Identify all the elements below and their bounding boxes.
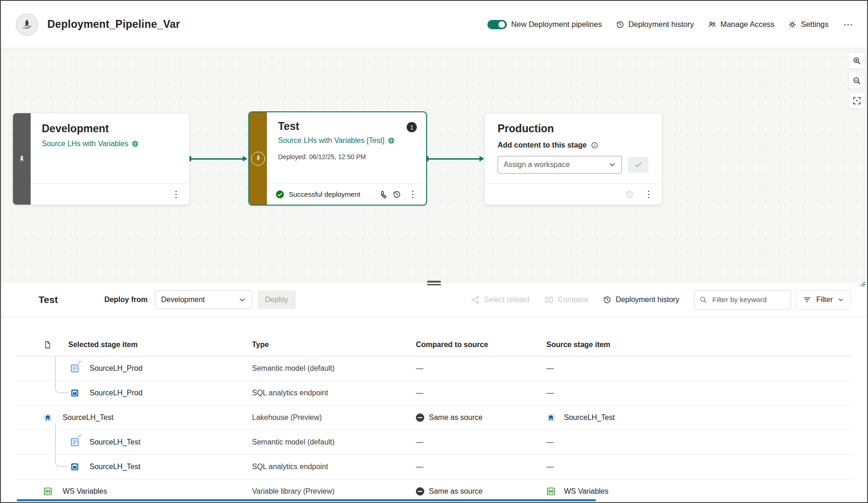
pipeline-header: Deployment_Pipeline_Var New Deployment p… (1, 1, 867, 48)
deploy-button[interactable]: Deploy (258, 290, 296, 309)
same-as-source-icon (416, 487, 424, 496)
deployment-rules-button[interactable] (376, 187, 389, 201)
stage-more-button[interactable]: ⋮ (168, 188, 185, 200)
tree-connector (55, 455, 68, 467)
stage-strip-development (13, 113, 31, 205)
deploy-from-select[interactable]: Development (155, 290, 252, 309)
workspace-link-label: Source LHs with Variables (42, 140, 128, 148)
variable-library-icon (43, 487, 53, 496)
document-icon (43, 341, 52, 349)
assign-workspace-select[interactable]: Assign a workspace (498, 156, 622, 174)
stage-card-development: Development Source LHs with Variables ⋮ (13, 113, 190, 205)
filter-button[interactable]: Filter (796, 290, 851, 310)
source-value: SourceLH_Test (564, 413, 615, 422)
pipeline-arrow (190, 158, 243, 160)
stage-more-button[interactable]: ⋮ (404, 188, 421, 200)
confirm-assign-button[interactable] (628, 157, 648, 173)
settings-button[interactable]: Settings (788, 20, 829, 29)
stage-panel-title: Test (39, 294, 58, 305)
column-header[interactable]: Source stage item (546, 341, 852, 349)
semantic-model-icon (70, 364, 80, 373)
item-name: WS Variables (63, 487, 107, 496)
stage-card-production: Production Add content to this stage Ass… (484, 113, 662, 205)
compared-value: — (416, 438, 423, 446)
deployment-history-panel-button[interactable]: Deployment history (603, 296, 679, 304)
rocket-icon (17, 155, 26, 164)
item-count-badge: 1 (407, 122, 417, 132)
compare-label: Compare (558, 296, 589, 304)
manage-access-button[interactable]: Manage Access (708, 20, 774, 29)
horizontal-scrollbar[interactable] (17, 499, 596, 502)
tree-connector (55, 381, 68, 393)
sql-endpoint-icon (70, 388, 80, 398)
deployment-status: Successful deployment (275, 190, 360, 199)
pipeline-arrow (427, 158, 479, 160)
item-name: SourceLH_Prod (90, 364, 143, 373)
resize-corner-icon[interactable] (860, 281, 866, 287)
fit-to-screen-button[interactable] (848, 92, 865, 109)
compare-button[interactable]: Compare (544, 295, 589, 304)
table-row[interactable]: SourceLH_Test SQL analytics endpoint — — (16, 455, 852, 479)
deployment-history-panel-label: Deployment history (615, 296, 679, 304)
compared-value: Same as source (429, 413, 483, 422)
filter-label: Filter (816, 296, 833, 304)
new-pipelines-toggle[interactable]: New Deployment pipelines (487, 20, 602, 29)
app-window: Deployment_Pipeline_Var New Deployment p… (0, 0, 868, 503)
globe-icon (388, 137, 395, 144)
assign-workspace-placeholder: Assign a workspace (504, 161, 570, 169)
chevron-down-icon (608, 160, 617, 169)
pipeline-logo-icon (16, 13, 38, 36)
compared-value: — (416, 463, 423, 471)
column-header[interactable]: Compared to source (416, 341, 546, 349)
table-row[interactable]: SourceLH_Test Semantic model (default) —… (16, 430, 852, 455)
item-name: SourceLH_Test (90, 463, 140, 471)
select-related-icon (471, 295, 480, 304)
column-header[interactable]: Type (252, 341, 416, 349)
chevron-down-icon (238, 295, 247, 304)
deployment-history-button[interactable]: Deployment history (616, 20, 694, 29)
stage-title: Development (42, 123, 180, 135)
pipeline-title: Deployment_Pipeline_Var (47, 18, 180, 31)
item-type: Semantic model (default) (252, 438, 416, 446)
item-name: SourceLH_Prod (90, 389, 143, 397)
zoom-out-button[interactable] (848, 72, 865, 89)
table-row[interactable]: SourceLH_Prod SQL analytics endpoint — — (16, 381, 852, 406)
deploy-rules-icon (378, 190, 387, 199)
info-icon (591, 142, 598, 149)
workspace-link[interactable]: Source LHs with Variables (42, 140, 139, 148)
stage-history-button[interactable] (623, 188, 636, 201)
item-type: Variable library (Preview) (252, 487, 416, 496)
stage-more-button[interactable]: ⋮ (640, 188, 657, 200)
source-value: WS Variables (564, 487, 609, 496)
table-row[interactable]: SourceLH_Prod Semantic model (default) —… (16, 356, 852, 381)
filter-keyword-search (694, 290, 791, 310)
lakehouse-icon (546, 413, 557, 422)
source-value: — (546, 438, 554, 446)
select-related-label: Select related (484, 296, 530, 304)
filter-keyword-input[interactable] (711, 295, 786, 304)
manage-access-label: Manage Access (720, 20, 774, 29)
column-header[interactable]: Selected stage item (68, 341, 137, 349)
stage-history-button[interactable] (390, 188, 403, 201)
source-value: — (546, 463, 554, 471)
table-row[interactable]: SourceLH_Test Lakehouse (Preview) Same a… (16, 406, 852, 430)
zoom-in-icon (852, 56, 862, 65)
deploy-from-label: Deploy from (104, 296, 148, 304)
stage-title: Test (278, 120, 299, 133)
tree-connector (55, 356, 56, 380)
success-check-icon (275, 190, 285, 199)
default-marker-icon (78, 361, 82, 365)
compare-icon (544, 295, 554, 304)
chevron-down-icon (837, 296, 844, 303)
sql-endpoint-icon (70, 462, 80, 471)
settings-label: Settings (801, 20, 829, 29)
stage-title: Production (498, 123, 653, 135)
select-related-button[interactable]: Select related (471, 295, 530, 304)
panel-resize-handle[interactable] (427, 281, 441, 285)
workspace-link[interactable]: Source LHs with Variables [Test] (278, 136, 395, 145)
tree-connector (55, 423, 56, 430)
more-options-button[interactable]: ⋯ (842, 19, 854, 29)
zoom-in-button[interactable] (848, 52, 865, 69)
toggle-switch-icon[interactable] (487, 20, 507, 29)
compared-value: — (416, 364, 423, 373)
